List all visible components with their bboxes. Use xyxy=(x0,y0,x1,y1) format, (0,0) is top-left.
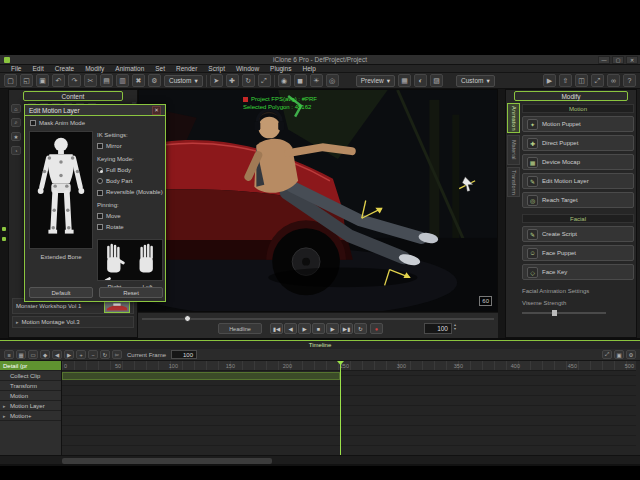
go-to-start-button[interactable]: ▮◀ xyxy=(270,323,283,334)
custom-toolbar-select-1[interactable]: Custom ▾ xyxy=(164,75,203,87)
playhead[interactable] xyxy=(340,361,341,455)
reversible-checkbox[interactable]: Reversible (Movable) xyxy=(97,189,163,196)
loop-icon[interactable]: ↻ xyxy=(100,350,110,359)
next-key-icon[interactable]: ▶ xyxy=(64,350,74,359)
mask-anim-mode-checkbox[interactable]: Mask Anim Mode xyxy=(30,119,85,127)
record-button[interactable]: ● xyxy=(370,323,383,334)
delete-icon[interactable]: ✖ xyxy=(132,74,145,87)
viewport-scene[interactable] xyxy=(139,90,497,311)
preview-mode-select[interactable]: Preview ▾ xyxy=(356,75,395,87)
dialog-close-button[interactable]: ✕ xyxy=(152,106,161,115)
frame-number-input[interactable]: 100 xyxy=(424,323,452,334)
add-prop-icon[interactable]: ◼ xyxy=(294,74,307,87)
maximize-button[interactable]: ▢ xyxy=(612,56,624,64)
preferences-icon[interactable]: ⚙ xyxy=(148,74,161,87)
go-to-end-button[interactable]: ▶▮ xyxy=(340,323,353,334)
menu-item[interactable]: Script xyxy=(203,65,230,73)
menu-item[interactable]: Set xyxy=(150,65,170,73)
save-project-icon[interactable]: ▣ xyxy=(36,74,49,87)
menu-item[interactable]: File xyxy=(6,65,26,73)
snap-icon[interactable]: ▣ xyxy=(614,350,624,359)
grid-view-icon[interactable]: ▦ xyxy=(398,74,411,87)
object-related-tracks-icon[interactable]: ▦ xyxy=(16,350,26,359)
tab-material[interactable]: Material xyxy=(507,135,520,165)
menu-item[interactable]: Create xyxy=(50,65,80,73)
hand-picker[interactable] xyxy=(97,239,163,281)
add-light-icon[interactable]: ☀ xyxy=(310,74,323,87)
checkbox-icon[interactable] xyxy=(30,120,36,126)
track-row-motion-layer[interactable]: ▸ Motion Layer xyxy=(0,401,61,411)
default-button[interactable]: Default xyxy=(29,287,93,298)
menu-item[interactable]: Help xyxy=(297,65,320,73)
track-row-transform[interactable]: Transform xyxy=(0,381,61,391)
headline-button[interactable]: Headline xyxy=(218,323,262,334)
zoom-out-icon[interactable]: − xyxy=(88,350,98,359)
checkbox-icon[interactable] xyxy=(97,190,103,196)
reach-target-button[interactable]: ◎ Reach Target xyxy=(522,192,634,208)
shadow-view-icon[interactable]: ◐ xyxy=(414,74,427,87)
full-body-radio[interactable]: Full Body xyxy=(97,166,163,174)
rotate-tool-icon[interactable]: ↻ xyxy=(242,74,255,87)
mirror-checkbox[interactable]: Mirror xyxy=(97,142,163,150)
new-project-icon[interactable]: ▢ xyxy=(4,74,17,87)
track-row-collect-clip[interactable]: Collect Clip xyxy=(0,371,61,381)
dock-handle-icon[interactable] xyxy=(2,227,6,231)
face-key-button[interactable]: ◇ Face Key xyxy=(522,264,634,280)
timeline-ruler[interactable]: 050100150200250300350400450500 xyxy=(62,361,636,371)
select-tool-icon[interactable]: ➤ xyxy=(210,74,223,87)
time-slider-knob[interactable] xyxy=(184,315,191,322)
track-list-icon[interactable]: ≡ xyxy=(4,350,14,359)
previous-key-icon[interactable]: ◀ xyxy=(52,350,62,359)
cut-icon[interactable]: ✂ xyxy=(84,74,97,87)
frame-stepper[interactable]: ▴ ▾ xyxy=(454,323,456,331)
menu-item[interactable]: Window xyxy=(231,65,264,73)
link-icon[interactable]: ∞ xyxy=(607,74,620,87)
create-script-button[interactable]: ✎ Create Script xyxy=(522,226,634,242)
timeline-clip[interactable] xyxy=(62,372,340,380)
next-frame-button[interactable]: ▶ xyxy=(326,323,339,334)
timeline-lanes[interactable] xyxy=(62,371,636,455)
favorites-icon[interactable]: ★ xyxy=(11,132,21,141)
scale-tool-icon[interactable]: ⤢ xyxy=(258,74,271,87)
timeline-settings-icon[interactable]: ⚙ xyxy=(626,350,636,359)
direct-puppet-button[interactable]: ✚ Direct Puppet xyxy=(522,135,634,151)
zoom-fit-icon[interactable]: ⤢ xyxy=(602,350,612,359)
reset-button[interactable]: Reset xyxy=(99,287,163,298)
timeline-title[interactable]: Timeline xyxy=(0,341,640,349)
minimize-button[interactable]: — xyxy=(598,56,610,64)
library-item-motion-montage[interactable]: ▸ Motion Montage Vol.3 xyxy=(12,316,134,328)
help-icon[interactable]: ? xyxy=(623,74,636,87)
redo-icon[interactable]: ↷ xyxy=(68,74,81,87)
slider-handle[interactable] xyxy=(552,310,557,316)
export-icon[interactable]: ⇧ xyxy=(559,74,572,87)
viewport[interactable]: Project FPS(avg) : #PRF Selected Polygon… xyxy=(138,89,498,312)
body-part-radio[interactable]: Body Part xyxy=(97,177,163,185)
track-row-motion[interactable]: Motion xyxy=(0,391,61,401)
motion-puppet-button[interactable]: ✦ Motion Puppet xyxy=(522,116,634,132)
previous-frame-button[interactable]: ◀ xyxy=(284,323,297,334)
recent-icon[interactable]: ◔ xyxy=(11,146,21,155)
face-puppet-button[interactable]: ☺ Face Puppet xyxy=(522,245,634,261)
menu-item[interactable]: Render xyxy=(171,65,202,73)
snapshot-icon[interactable]: ◫ xyxy=(575,74,588,87)
home-icon[interactable]: ⌂ xyxy=(11,104,21,113)
dialog-title-bar[interactable]: Edit Motion Layer ✕ xyxy=(25,105,165,116)
add-key-icon[interactable]: ◆ xyxy=(40,350,50,359)
device-mocap-button[interactable]: ▦ Device Mocap xyxy=(522,154,634,170)
zoom-in-icon[interactable]: + xyxy=(76,350,86,359)
pin-move-checkbox[interactable]: Move xyxy=(97,212,163,220)
search-icon[interactable]: ⌕ xyxy=(11,118,21,127)
open-project-icon[interactable]: ◱ xyxy=(20,74,33,87)
body-map-figure[interactable] xyxy=(30,132,92,248)
pin-rotate-checkbox[interactable]: Rotate xyxy=(97,223,163,231)
edit-motion-layer-button[interactable]: ✎ Edit Motion Layer xyxy=(522,173,634,189)
track-row-selected[interactable]: Detail (pr xyxy=(0,361,61,371)
add-avatar-icon[interactable]: ◉ xyxy=(278,74,291,87)
tab-transform[interactable]: Transform xyxy=(507,167,520,197)
checkbox-icon[interactable] xyxy=(97,224,103,230)
stop-button[interactable]: ■ xyxy=(312,323,325,334)
checkbox-icon[interactable] xyxy=(97,213,103,219)
step-down-icon[interactable]: ▾ xyxy=(454,327,456,331)
body-part-picker[interactable] xyxy=(29,131,93,249)
extended-bone-button[interactable]: Extended Bone xyxy=(29,253,93,261)
